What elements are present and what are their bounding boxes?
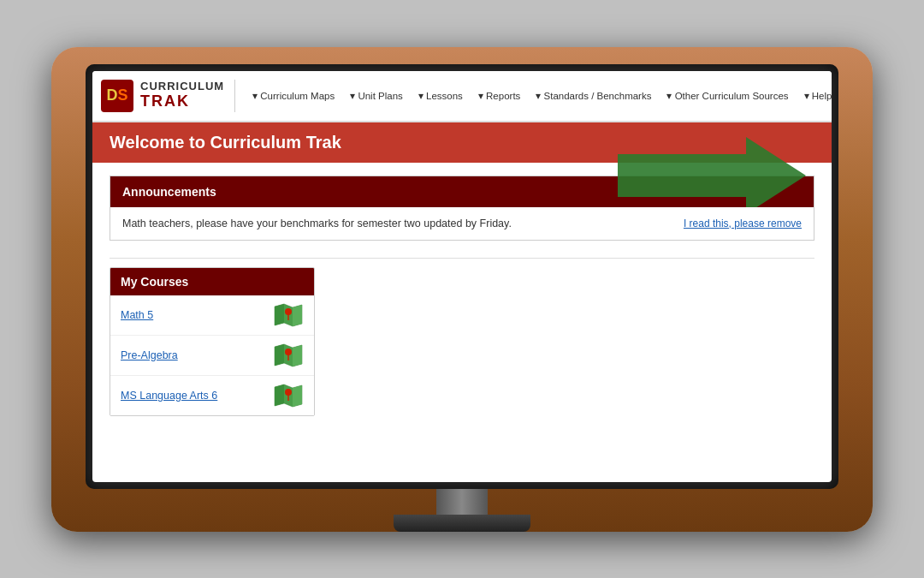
nav-unit-plans[interactable]: ▾ Unit Plans bbox=[343, 86, 410, 105]
courses-table: My Courses Math 5 bbox=[110, 267, 315, 416]
svg-marker-2 bbox=[275, 304, 284, 325]
logo-icon: DS bbox=[101, 80, 133, 112]
main-content: Announcements Math teachers, please have… bbox=[92, 163, 832, 429]
svg-marker-8 bbox=[275, 344, 284, 366]
logo-area: DS CURRICULUM TRAK bbox=[101, 80, 235, 112]
announcements-section: Announcements Math teachers, please have… bbox=[110, 176, 814, 241]
logo-d: D bbox=[106, 86, 117, 104]
nav-other-sources[interactable]: ▾ Other Curriculum Sources bbox=[660, 86, 795, 105]
logo-text: CURRICULUM TRAK bbox=[140, 80, 224, 110]
tv-bezel: DS CURRICULUM TRAK ▾ Curriculum Maps ▾ U… bbox=[86, 64, 838, 489]
course-link-prealgebra[interactable]: Pre-Algebra bbox=[121, 349, 178, 361]
course-link-ms-lang-arts[interactable]: MS Language Arts 6 bbox=[121, 390, 217, 402]
announcements-body: Math teachers, please have your benchmar… bbox=[110, 207, 814, 240]
announcements-wrapper: Announcements Math teachers, please have… bbox=[110, 176, 814, 241]
nav-lessons[interactable]: ▾ Lessons bbox=[412, 86, 470, 105]
tv-stand-top bbox=[436, 489, 488, 515]
courses-body: Math 5 bbox=[110, 295, 314, 415]
announcements-header: Announcements bbox=[110, 176, 814, 207]
nav-curriculum-maps[interactable]: ▾ Curriculum Maps bbox=[246, 86, 341, 105]
read-link[interactable]: I read this, please remove bbox=[684, 217, 802, 229]
map-icon-prealgebra bbox=[273, 343, 304, 368]
divider bbox=[110, 258, 814, 259]
courses-header: My Courses bbox=[110, 268, 314, 295]
tv-screen: DS CURRICULUM TRAK ▾ Curriculum Maps ▾ U… bbox=[92, 71, 832, 482]
svg-marker-13 bbox=[275, 384, 284, 406]
nav-standards[interactable]: ▾ Standards / Benchmarks bbox=[529, 86, 658, 105]
svg-marker-3 bbox=[293, 305, 302, 326]
nav-help[interactable]: ▾ Help bbox=[797, 86, 832, 105]
logo-s: S bbox=[117, 86, 127, 104]
welcome-banner: Welcome to Curriculum Trak bbox=[92, 122, 832, 163]
announcement-message: Math teachers, please have your benchmar… bbox=[122, 217, 512, 229]
svg-marker-9 bbox=[293, 345, 302, 366]
logo-curriculum: CURRICULUM bbox=[140, 80, 224, 92]
logo-trak: TRAK bbox=[140, 93, 224, 110]
nav-links: ▾ Curriculum Maps ▾ Unit Plans ▾ Lessons… bbox=[246, 86, 832, 105]
table-row: Pre-Algebra bbox=[110, 336, 314, 376]
map-icon-ms-lang-arts bbox=[273, 383, 304, 408]
table-row: Math 5 bbox=[110, 295, 314, 336]
tv-frame: DS CURRICULUM TRAK ▾ Curriculum Maps ▾ U… bbox=[51, 47, 873, 532]
nav-bar: DS CURRICULUM TRAK ▾ Curriculum Maps ▾ U… bbox=[92, 71, 832, 122]
svg-marker-14 bbox=[293, 385, 302, 407]
tv-stand-base bbox=[394, 515, 530, 532]
nav-reports[interactable]: ▾ Reports bbox=[471, 86, 527, 105]
table-row: MS Language Arts 6 bbox=[110, 376, 314, 415]
course-link-math5[interactable]: Math 5 bbox=[121, 309, 153, 321]
map-icon-math5 bbox=[273, 302, 304, 328]
